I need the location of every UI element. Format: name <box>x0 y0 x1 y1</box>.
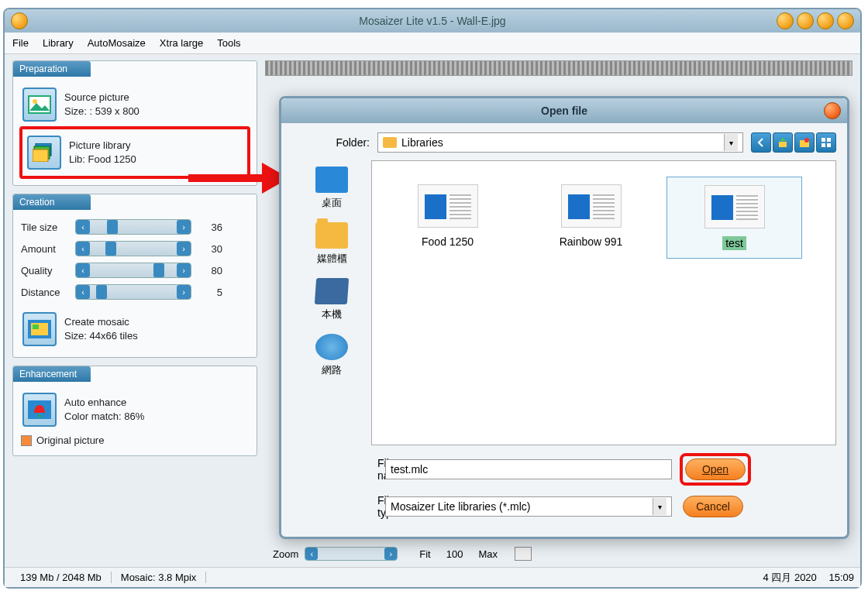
place-computer[interactable]: 本機 <box>315 278 348 321</box>
amount-label: Amount <box>21 243 75 255</box>
file-item-food[interactable]: Food 1250 <box>380 177 515 256</box>
picture-library-icon <box>27 136 61 170</box>
filetype-value: Mosaizer Lite libraries (*.mlc) <box>391 500 530 513</box>
zoom-increase[interactable]: › <box>384 548 397 560</box>
nav-back-button[interactable] <box>751 132 771 153</box>
zoom-slider[interactable]: ‹ › <box>305 547 398 561</box>
close-button[interactable] <box>837 12 854 29</box>
place-desktop[interactable]: 桌面 <box>315 167 348 210</box>
place-network[interactable]: 網路 <box>315 334 348 377</box>
status-memory: 139 Mb / 2048 Mb <box>11 572 112 583</box>
auto-enhance-icon <box>22 393 57 427</box>
folder-combo[interactable]: Libraries ▾ <box>377 132 743 153</box>
window-title: Mosaizer Lite v1.5 - Wall-E.jpg <box>359 15 505 27</box>
quality-decrease[interactable]: ‹ <box>76 263 90 277</box>
file-label-food: Food 1250 <box>422 235 474 248</box>
dialog-close-button[interactable] <box>824 102 841 119</box>
amount-decrease[interactable]: ‹ <box>76 242 90 256</box>
svg-rect-14 <box>822 143 825 147</box>
status-time: 15:09 <box>828 572 854 583</box>
zoom-label: Zoom <box>273 548 298 560</box>
quality-increase[interactable]: › <box>177 263 191 277</box>
original-picture-checkbox[interactable] <box>21 435 32 446</box>
svg-rect-15 <box>827 143 831 147</box>
picture-library-highlight: Picture library Lib: Food 1250 <box>19 126 250 179</box>
svg-rect-12 <box>822 138 825 142</box>
titlebar: Mosaizer Lite v1.5 - Wall-E.jpg <box>5 9 860 33</box>
file-thumb-icon <box>561 184 622 228</box>
zoom-max[interactable]: Max <box>478 548 498 560</box>
tile-size-increase[interactable]: › <box>177 220 191 234</box>
tile-size-decrease[interactable]: ‹ <box>76 220 90 234</box>
nav-up-button[interactable] <box>773 132 793 153</box>
titlebar-button-left[interactable] <box>11 12 28 29</box>
minimize-button[interactable] <box>777 12 794 29</box>
filetype-label: File type: <box>292 494 377 519</box>
maximize-button[interactable] <box>797 12 814 29</box>
distance-increase[interactable]: › <box>177 285 191 299</box>
file-item-rainbow[interactable]: Rainbow 991 <box>523 177 659 256</box>
amount-increase[interactable]: › <box>177 242 191 256</box>
svg-rect-7 <box>33 325 39 329</box>
auto-enhance-row[interactable]: Auto enhance Color match: 86% <box>19 388 250 431</box>
quality-slider[interactable]: ‹ › <box>75 263 191 278</box>
restore-button[interactable] <box>817 12 834 29</box>
place-media-label: 媒體櫃 <box>317 252 347 266</box>
original-picture-checkbox-row[interactable]: Original picture <box>19 431 250 449</box>
create-mosaic-label: Create mosaic <box>64 315 138 329</box>
picture-library-name: Lib: Food 1250 <box>69 153 136 167</box>
preparation-header: Preparation <box>13 61 91 77</box>
place-media[interactable]: 媒體櫃 <box>315 222 348 266</box>
dialog-title: Open file <box>541 105 587 117</box>
filename-input[interactable]: test.mlc <box>385 459 672 479</box>
status-date: 4 四月 2020 <box>763 572 816 583</box>
computer-icon <box>315 278 349 304</box>
zoom-100[interactable]: 100 <box>446 548 463 560</box>
filetype-combo-arrow-icon[interactable]: ▾ <box>653 498 666 515</box>
source-picture-row[interactable]: Source picture Size: : 539 x 800 <box>19 83 250 126</box>
distance-decrease[interactable]: ‹ <box>76 285 90 299</box>
zoom-decrease[interactable]: ‹ <box>305 548 318 560</box>
file-item-test[interactable]: test <box>666 177 802 259</box>
desktop-icon <box>315 167 348 193</box>
menu-automosaize[interactable]: AutoMosaize <box>88 37 146 49</box>
open-button-highlight: Open <box>680 453 751 486</box>
file-list[interactable]: Food 1250 Rainbow 991 test <box>371 160 836 445</box>
cancel-button[interactable]: Cancel <box>683 496 743 517</box>
tile-size-label: Tile size <box>21 222 75 233</box>
tile-size-slider[interactable]: ‹ › <box>75 219 191 235</box>
menu-tools[interactable]: Tools <box>217 37 240 49</box>
open-file-dialog: Open file Folder: Libraries ▾ <box>279 96 849 539</box>
folder-value: Libraries <box>401 136 443 149</box>
distance-slider[interactable]: ‹ › <box>75 284 191 300</box>
file-thumb-icon <box>418 184 478 228</box>
source-picture-size: Size: : 539 x 800 <box>64 105 140 118</box>
zoom-preview-icon[interactable] <box>515 547 532 561</box>
menu-xtralarge[interactable]: Xtra large <box>160 37 203 49</box>
amount-slider[interactable]: ‹ › <box>75 241 191 256</box>
auto-enhance-label: Auto enhance <box>64 396 144 410</box>
filetype-combo[interactable]: Mosaizer Lite libraries (*.mlc) ▾ <box>385 496 672 517</box>
enhancement-header: Enhancement <box>13 366 91 382</box>
create-mosaic-size: Size: 44x66 tiles <box>64 329 138 343</box>
folder-label: Folder: <box>292 136 370 149</box>
status-mosaic: Mosaic: 3.8 Mpix <box>112 572 207 583</box>
create-mosaic-row[interactable]: Create mosaic Size: 44x66 tiles <box>19 307 250 351</box>
open-button[interactable]: Open <box>685 458 746 480</box>
source-picture-icon <box>22 88 57 122</box>
quality-label: Quality <box>21 265 75 276</box>
filename-value: test.mlc <box>391 463 428 476</box>
nav-newfolder-button[interactable] <box>794 132 815 153</box>
sidebar: Preparation Source picture Size: : 539 x… <box>5 54 265 567</box>
source-picture-label: Source picture <box>64 91 140 105</box>
menubar: File Library AutoMosaize Xtra large Tool… <box>5 33 860 54</box>
nav-view-button[interactable] <box>816 132 836 153</box>
zoom-fit[interactable]: Fit <box>419 548 430 560</box>
distance-label: Distance <box>21 287 75 298</box>
file-thumb-icon <box>704 185 765 228</box>
tile-size-value: 36 <box>199 222 222 233</box>
picture-library-row[interactable]: Picture library Lib: Food 1250 <box>24 131 246 174</box>
menu-library[interactable]: Library <box>43 37 74 49</box>
menu-file[interactable]: File <box>12 37 29 49</box>
folder-combo-arrow-icon[interactable]: ▾ <box>724 134 738 151</box>
